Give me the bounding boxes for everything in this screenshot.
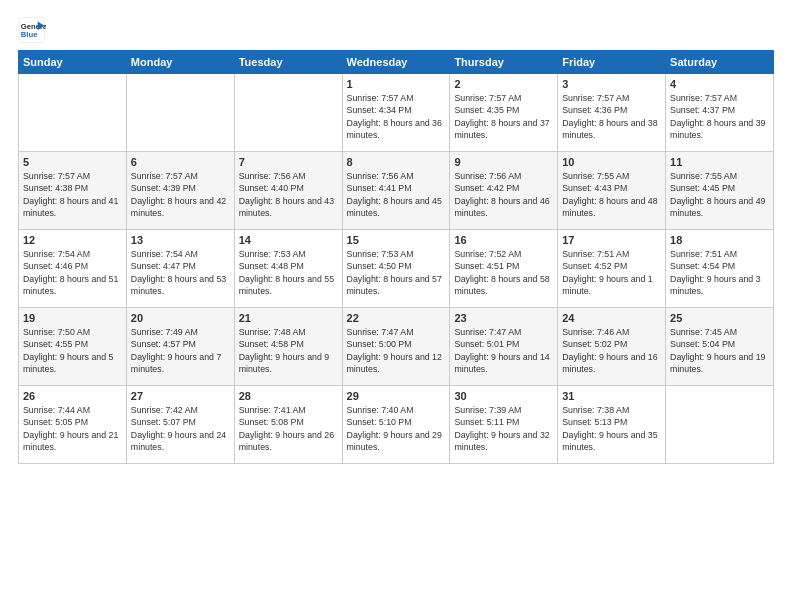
day-info: Sunrise: 7:39 AM Sunset: 5:11 PM Dayligh… — [454, 404, 553, 453]
page: General Blue SundayMondayTuesdayWednesda… — [0, 0, 792, 612]
day-info: Sunrise: 7:42 AM Sunset: 5:07 PM Dayligh… — [131, 404, 230, 453]
day-info: Sunrise: 7:51 AM Sunset: 4:54 PM Dayligh… — [670, 248, 769, 297]
day-number: 28 — [239, 390, 338, 402]
day-number: 23 — [454, 312, 553, 324]
day-info: Sunrise: 7:53 AM Sunset: 4:48 PM Dayligh… — [239, 248, 338, 297]
header-saturday: Saturday — [666, 51, 774, 74]
day-info: Sunrise: 7:48 AM Sunset: 4:58 PM Dayligh… — [239, 326, 338, 375]
day-cell — [666, 386, 774, 464]
day-number: 30 — [454, 390, 553, 402]
day-cell: 29Sunrise: 7:40 AM Sunset: 5:10 PM Dayli… — [342, 386, 450, 464]
day-cell: 23Sunrise: 7:47 AM Sunset: 5:01 PM Dayli… — [450, 308, 558, 386]
day-cell: 30Sunrise: 7:39 AM Sunset: 5:11 PM Dayli… — [450, 386, 558, 464]
header-thursday: Thursday — [450, 51, 558, 74]
week-row-4: 26Sunrise: 7:44 AM Sunset: 5:05 PM Dayli… — [19, 386, 774, 464]
day-cell: 26Sunrise: 7:44 AM Sunset: 5:05 PM Dayli… — [19, 386, 127, 464]
day-cell: 12Sunrise: 7:54 AM Sunset: 4:46 PM Dayli… — [19, 230, 127, 308]
week-row-3: 19Sunrise: 7:50 AM Sunset: 4:55 PM Dayli… — [19, 308, 774, 386]
day-number: 13 — [131, 234, 230, 246]
day-number: 3 — [562, 78, 661, 90]
day-info: Sunrise: 7:41 AM Sunset: 5:08 PM Dayligh… — [239, 404, 338, 453]
day-number: 14 — [239, 234, 338, 246]
day-info: Sunrise: 7:57 AM Sunset: 4:39 PM Dayligh… — [131, 170, 230, 219]
day-info: Sunrise: 7:57 AM Sunset: 4:34 PM Dayligh… — [347, 92, 446, 141]
day-number: 21 — [239, 312, 338, 324]
day-cell: 10Sunrise: 7:55 AM Sunset: 4:43 PM Dayli… — [558, 152, 666, 230]
day-info: Sunrise: 7:56 AM Sunset: 4:42 PM Dayligh… — [454, 170, 553, 219]
week-row-0: 1Sunrise: 7:57 AM Sunset: 4:34 PM Daylig… — [19, 74, 774, 152]
day-number: 8 — [347, 156, 446, 168]
header: General Blue — [18, 16, 774, 44]
day-number: 25 — [670, 312, 769, 324]
day-number: 11 — [670, 156, 769, 168]
day-cell: 14Sunrise: 7:53 AM Sunset: 4:48 PM Dayli… — [234, 230, 342, 308]
week-row-2: 12Sunrise: 7:54 AM Sunset: 4:46 PM Dayli… — [19, 230, 774, 308]
day-cell: 2Sunrise: 7:57 AM Sunset: 4:35 PM Daylig… — [450, 74, 558, 152]
day-info: Sunrise: 7:50 AM Sunset: 4:55 PM Dayligh… — [23, 326, 122, 375]
day-cell: 25Sunrise: 7:45 AM Sunset: 5:04 PM Dayli… — [666, 308, 774, 386]
day-info: Sunrise: 7:53 AM Sunset: 4:50 PM Dayligh… — [347, 248, 446, 297]
day-info: Sunrise: 7:45 AM Sunset: 5:04 PM Dayligh… — [670, 326, 769, 375]
day-info: Sunrise: 7:55 AM Sunset: 4:45 PM Dayligh… — [670, 170, 769, 219]
week-row-1: 5Sunrise: 7:57 AM Sunset: 4:38 PM Daylig… — [19, 152, 774, 230]
day-info: Sunrise: 7:44 AM Sunset: 5:05 PM Dayligh… — [23, 404, 122, 453]
day-cell: 28Sunrise: 7:41 AM Sunset: 5:08 PM Dayli… — [234, 386, 342, 464]
day-number: 31 — [562, 390, 661, 402]
day-number: 9 — [454, 156, 553, 168]
day-number: 17 — [562, 234, 661, 246]
day-number: 26 — [23, 390, 122, 402]
day-info: Sunrise: 7:49 AM Sunset: 4:57 PM Dayligh… — [131, 326, 230, 375]
day-number: 1 — [347, 78, 446, 90]
day-cell: 17Sunrise: 7:51 AM Sunset: 4:52 PM Dayli… — [558, 230, 666, 308]
day-number: 6 — [131, 156, 230, 168]
day-cell: 9Sunrise: 7:56 AM Sunset: 4:42 PM Daylig… — [450, 152, 558, 230]
day-number: 5 — [23, 156, 122, 168]
calendar: SundayMondayTuesdayWednesdayThursdayFrid… — [18, 50, 774, 464]
day-cell: 15Sunrise: 7:53 AM Sunset: 4:50 PM Dayli… — [342, 230, 450, 308]
day-info: Sunrise: 7:38 AM Sunset: 5:13 PM Dayligh… — [562, 404, 661, 453]
day-cell: 5Sunrise: 7:57 AM Sunset: 4:38 PM Daylig… — [19, 152, 127, 230]
day-number: 2 — [454, 78, 553, 90]
day-number: 12 — [23, 234, 122, 246]
header-friday: Friday — [558, 51, 666, 74]
day-number: 4 — [670, 78, 769, 90]
day-cell: 16Sunrise: 7:52 AM Sunset: 4:51 PM Dayli… — [450, 230, 558, 308]
day-number: 20 — [131, 312, 230, 324]
day-cell: 22Sunrise: 7:47 AM Sunset: 5:00 PM Dayli… — [342, 308, 450, 386]
logo: General Blue — [18, 16, 52, 44]
day-number: 18 — [670, 234, 769, 246]
day-cell: 4Sunrise: 7:57 AM Sunset: 4:37 PM Daylig… — [666, 74, 774, 152]
header-monday: Monday — [126, 51, 234, 74]
day-info: Sunrise: 7:46 AM Sunset: 5:02 PM Dayligh… — [562, 326, 661, 375]
day-cell: 1Sunrise: 7:57 AM Sunset: 4:34 PM Daylig… — [342, 74, 450, 152]
header-tuesday: Tuesday — [234, 51, 342, 74]
calendar-header-row: SundayMondayTuesdayWednesdayThursdayFrid… — [19, 51, 774, 74]
day-cell: 31Sunrise: 7:38 AM Sunset: 5:13 PM Dayli… — [558, 386, 666, 464]
day-number: 22 — [347, 312, 446, 324]
day-info: Sunrise: 7:47 AM Sunset: 5:00 PM Dayligh… — [347, 326, 446, 375]
day-info: Sunrise: 7:57 AM Sunset: 4:38 PM Dayligh… — [23, 170, 122, 219]
day-cell — [126, 74, 234, 152]
day-cell: 18Sunrise: 7:51 AM Sunset: 4:54 PM Dayli… — [666, 230, 774, 308]
day-info: Sunrise: 7:40 AM Sunset: 5:10 PM Dayligh… — [347, 404, 446, 453]
day-info: Sunrise: 7:51 AM Sunset: 4:52 PM Dayligh… — [562, 248, 661, 297]
day-info: Sunrise: 7:57 AM Sunset: 4:37 PM Dayligh… — [670, 92, 769, 141]
day-cell: 21Sunrise: 7:48 AM Sunset: 4:58 PM Dayli… — [234, 308, 342, 386]
day-cell: 7Sunrise: 7:56 AM Sunset: 4:40 PM Daylig… — [234, 152, 342, 230]
day-cell: 24Sunrise: 7:46 AM Sunset: 5:02 PM Dayli… — [558, 308, 666, 386]
day-cell: 3Sunrise: 7:57 AM Sunset: 4:36 PM Daylig… — [558, 74, 666, 152]
header-wednesday: Wednesday — [342, 51, 450, 74]
day-cell: 6Sunrise: 7:57 AM Sunset: 4:39 PM Daylig… — [126, 152, 234, 230]
logo-icon: General Blue — [18, 16, 46, 44]
day-cell — [19, 74, 127, 152]
day-info: Sunrise: 7:52 AM Sunset: 4:51 PM Dayligh… — [454, 248, 553, 297]
day-info: Sunrise: 7:47 AM Sunset: 5:01 PM Dayligh… — [454, 326, 553, 375]
day-info: Sunrise: 7:55 AM Sunset: 4:43 PM Dayligh… — [562, 170, 661, 219]
day-number: 29 — [347, 390, 446, 402]
svg-text:Blue: Blue — [21, 30, 38, 39]
day-number: 15 — [347, 234, 446, 246]
day-cell: 27Sunrise: 7:42 AM Sunset: 5:07 PM Dayli… — [126, 386, 234, 464]
day-number: 19 — [23, 312, 122, 324]
day-info: Sunrise: 7:56 AM Sunset: 4:40 PM Dayligh… — [239, 170, 338, 219]
day-number: 7 — [239, 156, 338, 168]
